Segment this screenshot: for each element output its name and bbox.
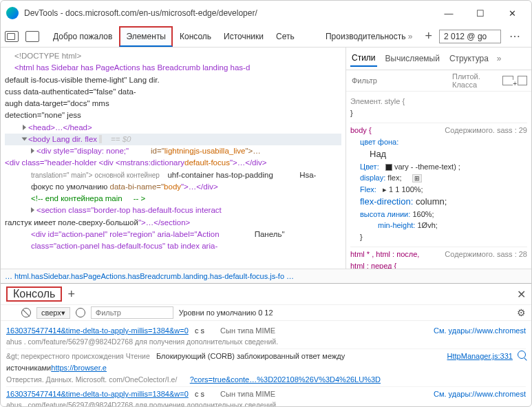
tab-performance[interactable]: Производительность » xyxy=(320,28,418,45)
minimize-button[interactable]: — xyxy=(439,8,458,19)
hov-button[interactable]: Плитой. Класса xyxy=(452,72,498,89)
console-drawer: Консоль + ✕ сверх▾ Уровни по умолчанию 0… xyxy=(1,283,531,407)
search-input[interactable]: 2 012 @ go xyxy=(439,30,501,43)
inspect-icon[interactable] xyxy=(5,31,19,42)
breadcrumb[interactable]: … html.hasSidebar.hasPageActions.hasBrea… xyxy=(1,269,531,283)
context-dropdown[interactable]: сверх▾ xyxy=(36,307,70,319)
edge-icon xyxy=(6,7,19,19)
tab-styles[interactable]: Стили xyxy=(350,50,377,67)
tab-console[interactable]: Консоль xyxy=(174,28,217,45)
sidebar-toggle-icon[interactable] xyxy=(6,309,16,317)
tab-elements[interactable]: Элементы xyxy=(119,26,173,47)
tab-computed[interactable]: Вычисляемый xyxy=(384,51,441,66)
new-rule-icon[interactable] xyxy=(502,76,513,85)
window-title: DevTools - docs.microsoft.com/en-us/micr… xyxy=(24,8,439,18)
tab-layout[interactable]: Структура xyxy=(448,51,490,66)
styles-filter-input[interactable] xyxy=(350,75,448,86)
console-add-icon[interactable]: + xyxy=(67,287,75,302)
flex-badge[interactable]: ⊞ xyxy=(412,174,422,182)
console-close-icon[interactable]: ✕ xyxy=(517,288,526,301)
more-icon[interactable]: ⋯ xyxy=(504,30,527,43)
expand-icon[interactable] xyxy=(23,125,26,130)
tab-welcome[interactable]: Добро пожалов xyxy=(47,28,118,45)
console-log[interactable]: См. удары://www.chromest 1630375477414&t… xyxy=(1,321,531,407)
device-icon[interactable] xyxy=(25,31,39,42)
add-tab-button[interactable]: + xyxy=(421,29,436,43)
more-tabs-icon[interactable]: » xyxy=(497,54,502,63)
close-button[interactable]: ✕ xyxy=(502,8,522,19)
search-icon[interactable] xyxy=(518,351,526,359)
live-expression-icon[interactable] xyxy=(76,308,85,317)
toggle-panel-icon[interactable] xyxy=(518,76,527,85)
console-settings-icon[interactable]: ⚙ xyxy=(517,307,526,318)
dom-tree[interactable]: <!DOCTYPE html> <html has Sidebar has Pa… xyxy=(1,48,345,269)
tab-network[interactable]: Сеть xyxy=(270,28,300,45)
titlebar: DevTools - docs.microsoft.com/en-us/micr… xyxy=(1,1,531,25)
color-swatch[interactable] xyxy=(385,164,392,171)
tab-sources[interactable]: Источники xyxy=(218,28,269,45)
log-levels[interactable]: Уровни по умолчанию 0 12 xyxy=(179,309,273,317)
styles-panel: Стили Вычисляемый Структура » Плитой. Кл… xyxy=(345,48,531,269)
main-toolbar: Добро пожалов Элементы Консоль Источники… xyxy=(1,25,531,48)
console-title: Консоль xyxy=(6,286,62,302)
console-filter-input[interactable] xyxy=(91,306,173,319)
clear-console-icon[interactable] xyxy=(21,308,31,317)
collapse-icon[interactable] xyxy=(22,137,28,140)
maximize-button[interactable]: ☐ xyxy=(471,8,490,19)
